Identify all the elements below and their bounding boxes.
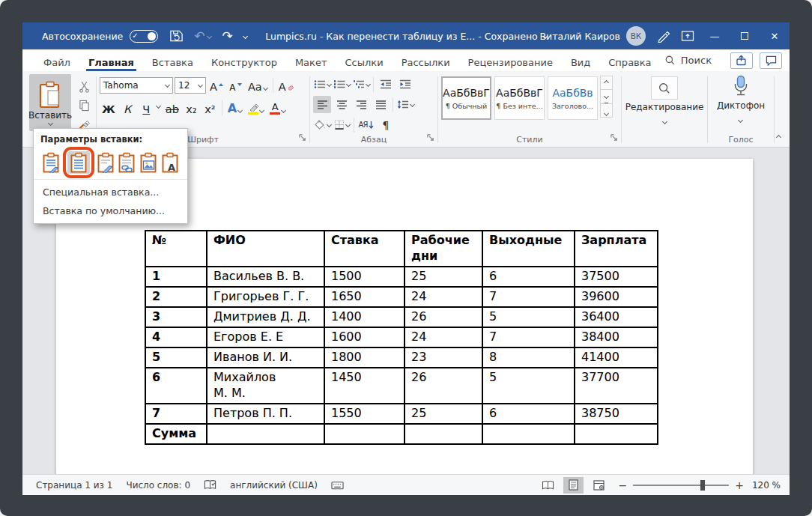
read-mode-button[interactable] [538,477,558,494]
table-cell[interactable]: 38750 [575,404,658,424]
table-cell[interactable]: 26 [405,307,482,327]
customize-quick-access-button[interactable] [238,22,252,49]
zoom-out-button[interactable]: − [619,480,628,491]
table-cell[interactable] [207,424,324,444]
shading-button[interactable] [313,116,331,133]
paste-option-use-destination-styles[interactable] [67,151,90,174]
tab-file[interactable]: Файл [34,49,79,71]
styles-scroll-up-button[interactable] [600,76,613,90]
table-cell[interactable]: 1600 [324,327,405,347]
table-cell[interactable]: 8 [482,347,575,368]
table-cell[interactable]: 1 [145,267,207,287]
numbering-button[interactable] [333,76,351,93]
table-cell[interactable]: 5 [482,307,575,327]
set-default-paste-link[interactable]: Вставка по умолчанию... [40,198,181,217]
table-cell[interactable]: 2 [145,287,207,307]
table-cell[interactable]: 7 [482,287,575,307]
multilevel-list-button[interactable] [352,76,370,93]
styles-dialog-launcher[interactable] [610,130,618,145]
table-cell[interactable]: 1800 [324,347,405,368]
dictate-button[interactable]: Диктофон [717,74,765,125]
table-cell[interactable] [324,424,405,444]
comments-button[interactable] [760,52,782,69]
superscript-button[interactable]: x² [202,98,219,117]
cut-button[interactable] [75,79,93,94]
table-cell[interactable]: Сумма [145,424,207,444]
table-cell[interactable]: Васильев В. В. [207,267,324,287]
word-count[interactable]: Число слов: 0 [126,480,190,491]
web-layout-button[interactable] [589,477,609,494]
paste-button[interactable]: Вставить [29,74,71,131]
table-cell[interactable]: 26 [405,368,482,404]
tab-design[interactable]: Конструктор [202,49,286,71]
table-cell[interactable]: 24 [405,287,482,307]
italic-button[interactable]: К [119,98,136,117]
tab-review[interactable]: Рецензирование [459,49,562,71]
table-cell[interactable]: Михайлов М. М. [207,368,324,404]
language-indicator[interactable]: английский (США) [230,480,318,491]
page-indicator[interactable]: Страница 1 из 1 [36,480,112,491]
table-cell[interactable]: 36400 [575,307,658,327]
paste-option-merge-formatting[interactable] [95,151,117,174]
style-normal[interactable]: АаБбВвГ ¶ Обычный [441,76,491,120]
table-cell[interactable]: 25 [405,404,482,424]
header-cell[interactable]: ФИО [207,231,324,267]
table-cell[interactable]: 6 [482,404,575,424]
justify-button[interactable] [372,96,390,113]
align-center-button[interactable] [333,96,351,113]
table-cell[interactable]: 7 [482,327,575,347]
text-effects-button[interactable]: А [225,98,244,117]
show-formatting-marks-button[interactable]: ¶ [377,116,395,133]
zoom-level[interactable]: 120 % [749,480,781,491]
paragraph-dialog-launcher[interactable] [426,130,434,145]
styles-more-button[interactable] [600,103,613,118]
inking-button[interactable] [652,22,676,49]
paste-special-link[interactable]: Специальная вставка... [40,180,181,198]
header-cell[interactable]: Рабочие дни [405,231,482,267]
copy-button[interactable] [75,97,93,113]
table-cell[interactable]: Иванов И. И. [207,347,324,368]
tab-home[interactable]: Главная [79,49,143,71]
table-cell[interactable]: 7 [145,404,207,424]
table-cell[interactable]: Дмитриев Д. Д. [207,307,324,327]
change-case-button[interactable]: Аа [246,76,270,94]
sort-button[interactable]: АЯ [357,116,375,133]
tab-mailings[interactable]: Рассылки [393,49,459,71]
grow-font-button[interactable]: А [207,76,225,94]
share-button[interactable] [730,52,753,69]
maximize-button[interactable] [730,22,760,49]
table-cell[interactable]: 1500 [324,267,405,287]
table-cell[interactable]: 37700 [575,368,658,404]
paste-option-link-keep-source-formatting[interactable] [116,151,138,174]
table-cell[interactable]: Егоров Е. Е [207,327,324,347]
zoom-slider-thumb[interactable] [700,480,705,491]
zoom-in-button[interactable]: + [735,480,744,491]
style-no-spacing[interactable]: АаБбВвГ ¶ Без инте... [494,76,545,120]
align-left-button[interactable] [313,96,331,113]
close-button[interactable]: ✕ [760,22,790,49]
tab-layout[interactable]: Макет [286,49,336,71]
search-control[interactable]: Поиск [664,55,712,66]
avatar[interactable]: ВК [626,26,646,46]
table-cell[interactable]: 1400 [324,307,405,327]
proofing-icon[interactable] [204,479,216,491]
table-cell[interactable]: 5 [145,347,207,368]
paste-option-keep-text-only[interactable]: A [159,151,181,174]
autosave-toggle[interactable]: ✓ [130,30,158,43]
paste-option-picture[interactable] [138,151,160,174]
table-cell[interactable]: 5 [482,368,575,404]
table-cell[interactable]: 41400 [575,347,658,368]
header-cell[interactable]: Выходные [482,231,575,267]
align-right-button[interactable] [352,96,370,113]
table-cell[interactable]: 37500 [575,267,658,287]
table-cell[interactable]: 4 [145,327,207,347]
line-spacing-button[interactable] [396,96,414,113]
subscript-button[interactable]: x₂ [183,98,200,117]
increase-indent-button[interactable] [396,76,414,93]
editing-button[interactable]: Редактирование [625,74,704,127]
styles-scroll-down-button[interactable] [600,89,613,103]
header-cell[interactable]: Ставка [324,231,405,267]
strikethrough-button[interactable]: ab [163,98,181,117]
borders-button[interactable] [333,116,351,133]
table-cell[interactable]: 6 [482,267,575,287]
